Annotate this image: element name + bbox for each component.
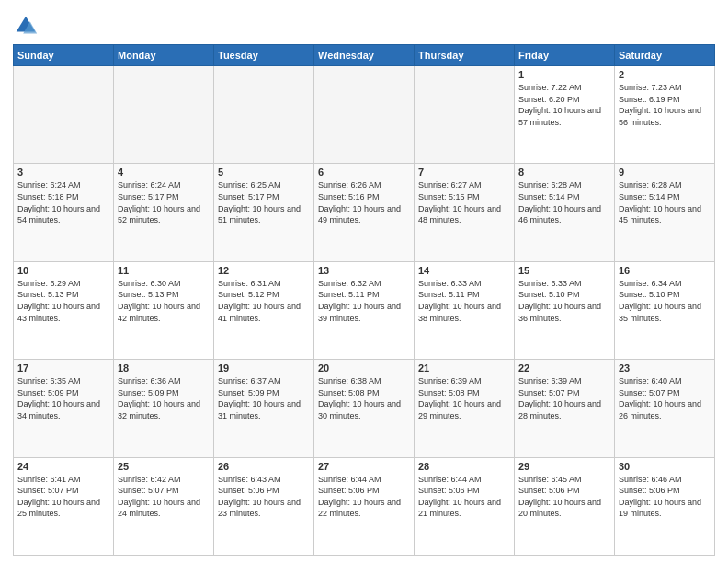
- day-info: Sunrise: 6:43 AM Sunset: 5:06 PM Dayligh…: [218, 474, 310, 520]
- day-info: Sunrise: 7:23 AM Sunset: 6:19 PM Dayligh…: [619, 82, 711, 128]
- day-number: 26: [218, 461, 310, 472]
- calendar-cell: 25Sunrise: 6:42 AM Sunset: 5:07 PM Dayli…: [114, 457, 214, 555]
- day-number: 6: [318, 167, 410, 178]
- calendar-cell: 19Sunrise: 6:37 AM Sunset: 5:09 PM Dayli…: [214, 360, 314, 457]
- day-info: Sunrise: 6:44 AM Sunset: 5:06 PM Dayligh…: [418, 474, 510, 520]
- day-info: Sunrise: 6:46 AM Sunset: 5:06 PM Dayligh…: [619, 474, 711, 520]
- day-info: Sunrise: 6:39 AM Sunset: 5:08 PM Dayligh…: [418, 375, 510, 421]
- day-info: Sunrise: 6:39 AM Sunset: 5:07 PM Dayligh…: [518, 375, 610, 421]
- day-number: 5: [218, 167, 310, 178]
- calendar-cell: 12Sunrise: 6:31 AM Sunset: 5:12 PM Dayli…: [214, 261, 314, 359]
- weekday-header: Saturday: [615, 45, 715, 66]
- calendar-cell: [114, 66, 214, 164]
- day-info: Sunrise: 6:45 AM Sunset: 5:06 PM Dayligh…: [518, 474, 610, 520]
- calendar-cell: 30Sunrise: 6:46 AM Sunset: 5:06 PM Dayli…: [615, 457, 715, 555]
- calendar-cell: 22Sunrise: 6:39 AM Sunset: 5:07 PM Dayli…: [515, 360, 615, 457]
- calendar-cell: 18Sunrise: 6:36 AM Sunset: 5:09 PM Dayli…: [114, 360, 214, 457]
- day-number: 13: [318, 265, 410, 276]
- day-number: 29: [518, 461, 610, 472]
- day-info: Sunrise: 6:26 AM Sunset: 5:16 PM Dayligh…: [318, 179, 410, 225]
- day-info: Sunrise: 6:36 AM Sunset: 5:09 PM Dayligh…: [118, 375, 210, 421]
- calendar-cell: 8Sunrise: 6:28 AM Sunset: 5:14 PM Daylig…: [515, 164, 615, 261]
- calendar-cell: 20Sunrise: 6:38 AM Sunset: 5:08 PM Dayli…: [314, 360, 415, 457]
- calendar-week-row: 1Sunrise: 7:22 AM Sunset: 6:20 PM Daylig…: [14, 66, 715, 164]
- day-info: Sunrise: 6:33 AM Sunset: 5:11 PM Dayligh…: [418, 278, 510, 324]
- calendar-cell: 3Sunrise: 6:24 AM Sunset: 5:18 PM Daylig…: [14, 164, 114, 261]
- day-number: 24: [17, 461, 109, 472]
- calendar-week-row: 17Sunrise: 6:35 AM Sunset: 5:09 PM Dayli…: [14, 360, 715, 457]
- day-number: 25: [118, 461, 210, 472]
- weekday-header: Wednesday: [314, 45, 415, 66]
- day-info: Sunrise: 6:28 AM Sunset: 5:14 PM Dayligh…: [518, 179, 610, 225]
- day-number: 19: [218, 362, 310, 373]
- day-info: Sunrise: 6:41 AM Sunset: 5:07 PM Dayligh…: [17, 474, 109, 520]
- day-info: Sunrise: 6:31 AM Sunset: 5:12 PM Dayligh…: [218, 278, 310, 324]
- calendar-cell: 17Sunrise: 6:35 AM Sunset: 5:09 PM Dayli…: [14, 360, 114, 457]
- day-number: 23: [619, 362, 711, 373]
- day-number: 15: [518, 265, 610, 276]
- calendar-cell: 9Sunrise: 6:28 AM Sunset: 5:14 PM Daylig…: [615, 164, 715, 261]
- calendar-week-row: 24Sunrise: 6:41 AM Sunset: 5:07 PM Dayli…: [14, 457, 715, 555]
- calendar-cell: 29Sunrise: 6:45 AM Sunset: 5:06 PM Dayli…: [515, 457, 615, 555]
- day-info: Sunrise: 6:28 AM Sunset: 5:14 PM Dayligh…: [619, 179, 711, 225]
- calendar-cell: 23Sunrise: 6:40 AM Sunset: 5:07 PM Dayli…: [615, 360, 715, 457]
- day-number: 1: [518, 69, 610, 80]
- day-number: 4: [118, 167, 210, 178]
- day-number: 7: [418, 167, 510, 178]
- day-number: 22: [518, 362, 610, 373]
- header: [13, 9, 715, 39]
- calendar-cell: 7Sunrise: 6:27 AM Sunset: 5:15 PM Daylig…: [415, 164, 515, 261]
- calendar: SundayMondayTuesdayWednesdayThursdayFrid…: [13, 44, 715, 556]
- day-number: 14: [418, 265, 510, 276]
- calendar-cell: [415, 66, 515, 164]
- day-number: 16: [619, 265, 711, 276]
- day-info: Sunrise: 6:38 AM Sunset: 5:08 PM Dayligh…: [318, 375, 410, 421]
- day-number: 3: [17, 167, 109, 178]
- day-info: Sunrise: 6:44 AM Sunset: 5:06 PM Dayligh…: [318, 474, 410, 520]
- calendar-cell: 1Sunrise: 7:22 AM Sunset: 6:20 PM Daylig…: [515, 66, 615, 164]
- logo-icon: [13, 13, 39, 39]
- calendar-cell: 13Sunrise: 6:32 AM Sunset: 5:11 PM Dayli…: [314, 261, 415, 359]
- day-info: Sunrise: 6:24 AM Sunset: 5:17 PM Dayligh…: [118, 179, 210, 225]
- calendar-cell: 6Sunrise: 6:26 AM Sunset: 5:16 PM Daylig…: [314, 164, 415, 261]
- calendar-cell: 10Sunrise: 6:29 AM Sunset: 5:13 PM Dayli…: [14, 261, 114, 359]
- logo: [13, 9, 42, 39]
- day-info: Sunrise: 6:42 AM Sunset: 5:07 PM Dayligh…: [118, 474, 210, 520]
- calendar-cell: 21Sunrise: 6:39 AM Sunset: 5:08 PM Dayli…: [415, 360, 515, 457]
- weekday-header: Thursday: [415, 45, 515, 66]
- day-info: Sunrise: 6:24 AM Sunset: 5:18 PM Dayligh…: [17, 179, 109, 225]
- calendar-week-row: 10Sunrise: 6:29 AM Sunset: 5:13 PM Dayli…: [14, 261, 715, 359]
- day-number: 30: [619, 461, 711, 472]
- calendar-cell: 26Sunrise: 6:43 AM Sunset: 5:06 PM Dayli…: [214, 457, 314, 555]
- calendar-cell: 15Sunrise: 6:33 AM Sunset: 5:10 PM Dayli…: [515, 261, 615, 359]
- day-number: 12: [218, 265, 310, 276]
- calendar-cell: 14Sunrise: 6:33 AM Sunset: 5:11 PM Dayli…: [415, 261, 515, 359]
- day-number: 17: [17, 362, 109, 373]
- calendar-cell: 24Sunrise: 6:41 AM Sunset: 5:07 PM Dayli…: [14, 457, 114, 555]
- calendar-cell: 5Sunrise: 6:25 AM Sunset: 5:17 PM Daylig…: [214, 164, 314, 261]
- day-info: Sunrise: 6:40 AM Sunset: 5:07 PM Dayligh…: [619, 375, 711, 421]
- day-number: 11: [118, 265, 210, 276]
- calendar-cell: [214, 66, 314, 164]
- day-number: 20: [318, 362, 410, 373]
- day-number: 28: [418, 461, 510, 472]
- calendar-cell: 11Sunrise: 6:30 AM Sunset: 5:13 PM Dayli…: [114, 261, 214, 359]
- weekday-header: Sunday: [14, 45, 114, 66]
- day-number: 10: [17, 265, 109, 276]
- calendar-cell: 4Sunrise: 6:24 AM Sunset: 5:17 PM Daylig…: [114, 164, 214, 261]
- day-number: 2: [619, 69, 711, 80]
- calendar-cell: [314, 66, 415, 164]
- calendar-header-row: SundayMondayTuesdayWednesdayThursdayFrid…: [14, 45, 715, 66]
- day-info: Sunrise: 6:37 AM Sunset: 5:09 PM Dayligh…: [218, 375, 310, 421]
- day-info: Sunrise: 6:25 AM Sunset: 5:17 PM Dayligh…: [218, 179, 310, 225]
- day-info: Sunrise: 6:34 AM Sunset: 5:10 PM Dayligh…: [619, 278, 711, 324]
- weekday-header: Tuesday: [214, 45, 314, 66]
- calendar-cell: 27Sunrise: 6:44 AM Sunset: 5:06 PM Dayli…: [314, 457, 415, 555]
- day-info: Sunrise: 6:33 AM Sunset: 5:10 PM Dayligh…: [518, 278, 610, 324]
- weekday-header: Monday: [114, 45, 214, 66]
- day-number: 9: [619, 167, 711, 178]
- day-info: Sunrise: 7:22 AM Sunset: 6:20 PM Dayligh…: [518, 82, 610, 128]
- calendar-cell: 28Sunrise: 6:44 AM Sunset: 5:06 PM Dayli…: [415, 457, 515, 555]
- day-info: Sunrise: 6:32 AM Sunset: 5:11 PM Dayligh…: [318, 278, 410, 324]
- day-info: Sunrise: 6:29 AM Sunset: 5:13 PM Dayligh…: [17, 278, 109, 324]
